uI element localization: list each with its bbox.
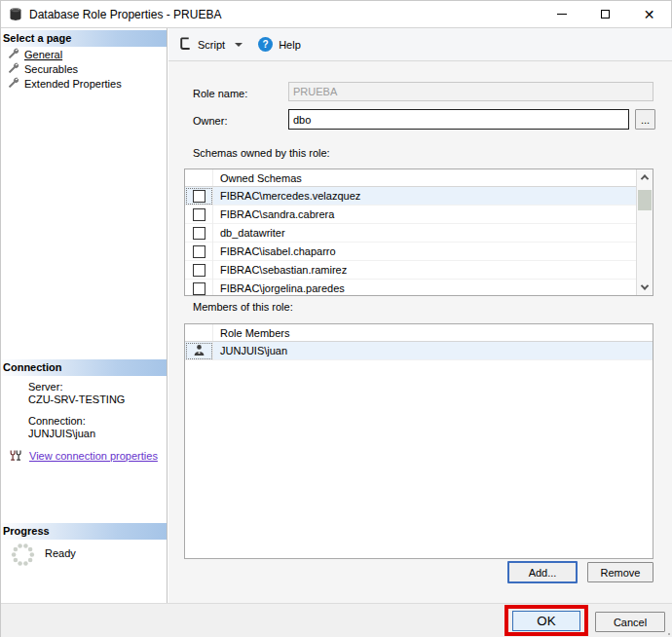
- resize-grip-icon[interactable]: [668, 633, 670, 635]
- connection-label: Connection:: [28, 415, 165, 428]
- remove-button[interactable]: Remove: [587, 562, 653, 582]
- progress-status-row: Ready: [10, 542, 76, 570]
- scroll-up-icon[interactable]: [637, 169, 653, 185]
- wrench-icon: [8, 62, 19, 75]
- schema-row[interactable]: FIBRAC\jorgelina.paredes: [185, 280, 638, 296]
- sidebar-item-label: Extended Properties: [24, 78, 122, 90]
- user-icon: [193, 344, 205, 358]
- page-list: GeneralSecurablesExtended Properties: [1, 47, 167, 91]
- schema-name: FIBRAC\jorgelina.paredes: [213, 282, 345, 294]
- main-panel: Script ? Help Role name: Owner: ... Sche…: [168, 28, 672, 603]
- ok-button[interactable]: OK: [512, 611, 580, 631]
- progress-status: Ready: [45, 547, 76, 559]
- view-connection-properties-link[interactable]: View connection properties: [29, 450, 158, 462]
- owner-label: Owner:: [193, 115, 227, 127]
- script-label: Script: [198, 39, 225, 51]
- schema-checkbox[interactable]: [193, 190, 205, 203]
- select-page-header: Select a page: [1, 30, 167, 47]
- server-value: CZU-SRV-TESTING: [28, 393, 165, 406]
- schemas-rows: FIBRAC\mercedes.velazquezFIBRAC\sandra.c…: [185, 187, 638, 296]
- sidebar-item-label: General: [24, 49, 62, 60]
- schema-checkbox-cell[interactable]: [185, 187, 213, 206]
- role-members-column-header: Role Members: [213, 324, 290, 341]
- schema-checkbox-cell[interactable]: [185, 224, 213, 243]
- icon-column-header: [185, 324, 213, 341]
- owner-browse-button[interactable]: ...: [635, 109, 655, 130]
- schema-name: FIBRAC\sebastian.ramirez: [213, 264, 347, 276]
- help-icon: ?: [258, 37, 273, 52]
- owned-schemas-grid: Owned Schemas FIBRAC\mercedes.velazquezF…: [184, 169, 653, 296]
- red-annotation-box: OK: [504, 605, 588, 636]
- help-label: Help: [279, 39, 301, 51]
- schema-row[interactable]: FIBRAC\sandra.cabrera: [185, 206, 638, 224]
- owned-schemas-column-header: Owned Schemas: [213, 169, 302, 186]
- toolbar: Script ? Help: [168, 28, 672, 61]
- schema-name: FIBRAC\sandra.cabrera: [213, 208, 334, 220]
- role-name-label: Role name:: [193, 88, 247, 99]
- add-button[interactable]: Add...: [507, 561, 578, 583]
- sidebar-item-general[interactable]: General: [1, 47, 167, 61]
- wrench-icon: [8, 48, 19, 60]
- schema-name: FIBRAC\isabel.chaparro: [213, 245, 336, 257]
- close-button[interactable]: ✕: [627, 1, 671, 27]
- schema-row[interactable]: FIBRAC\isabel.chaparro: [185, 243, 638, 261]
- schema-checkbox-cell[interactable]: [185, 243, 213, 261]
- schema-row[interactable]: FIBRAC\mercedes.velazquez: [185, 187, 638, 206]
- schema-row[interactable]: db_datawriter: [185, 224, 638, 243]
- scrollbar-thumb[interactable]: [638, 190, 652, 210]
- view-connection-properties[interactable]: View connection properties: [9, 448, 158, 464]
- wrench-icon: [8, 77, 19, 90]
- ready-spinner-icon: [10, 542, 36, 570]
- schema-row[interactable]: FIBRAC\sebastian.ramirez: [185, 261, 638, 280]
- window-controls: ✕: [540, 1, 671, 27]
- dialog-window: Database Role Properties - PRUEBA ✕ Sele…: [0, 0, 672, 637]
- connection-properties-icon: [9, 448, 22, 464]
- schema-checkbox-cell[interactable]: [185, 261, 213, 280]
- window-title: Database Role Properties - PRUEBA: [29, 8, 221, 21]
- owned-schemas-header-row: Owned Schemas: [185, 169, 653, 187]
- sidebar-item-securables[interactable]: Securables: [1, 61, 167, 76]
- member-name: JUNJUIS\juan: [213, 345, 287, 356]
- database-icon: [9, 7, 22, 21]
- schemas-scrollbar[interactable]: [636, 169, 653, 295]
- maximize-button[interactable]: [583, 1, 627, 27]
- role-members-grid: Role Members JUNJUIS\juan: [184, 323, 653, 559]
- scroll-down-icon[interactable]: [637, 280, 653, 295]
- schema-name: FIBRAC\mercedes.velazquez: [213, 190, 360, 202]
- sidebar: Select a page GeneralSecurablesExtended …: [1, 28, 168, 603]
- title-bar: Database Role Properties - PRUEBA ✕: [1, 1, 671, 28]
- footer-bar: OK Cancel: [1, 603, 672, 637]
- minimize-button[interactable]: [540, 1, 583, 27]
- members-section-label: Members of this role:: [193, 301, 293, 313]
- member-row[interactable]: JUNJUIS\juan: [185, 342, 653, 360]
- schema-checkbox[interactable]: [193, 264, 205, 277]
- connection-header: Connection: [1, 359, 167, 376]
- progress-header: Progress: [1, 523, 167, 540]
- schema-checkbox-cell[interactable]: [185, 206, 213, 224]
- cancel-button[interactable]: Cancel: [595, 612, 665, 632]
- help-button[interactable]: ? Help: [258, 37, 301, 52]
- schema-checkbox[interactable]: [193, 245, 205, 258]
- server-label: Server:: [28, 381, 165, 393]
- schemas-section-label: Schemas owned by this role:: [193, 147, 330, 159]
- maximize-icon: [601, 10, 610, 19]
- minimize-icon: [557, 14, 567, 15]
- sidebar-item-extended-properties[interactable]: Extended Properties: [1, 76, 167, 91]
- sidebar-item-label: Securables: [24, 63, 78, 75]
- member-icon-cell: [185, 342, 213, 360]
- schema-checkbox[interactable]: [193, 208, 205, 221]
- owner-input[interactable]: [288, 109, 629, 130]
- role-members-header-row: Role Members: [185, 324, 653, 342]
- schema-checkbox[interactable]: [193, 227, 205, 240]
- role-name-input: [288, 82, 653, 101]
- schema-checkbox[interactable]: [193, 282, 205, 295]
- schema-name: db_datawriter: [213, 227, 285, 239]
- script-button[interactable]: Script: [177, 36, 243, 53]
- schema-checkbox-cell[interactable]: [185, 280, 213, 297]
- members-rows: JUNJUIS\juan: [185, 342, 653, 360]
- script-icon: [177, 36, 192, 53]
- script-dropdown-icon[interactable]: [235, 43, 243, 47]
- checkbox-column-header: [185, 169, 213, 186]
- connection-value: JUNJUIS\juan: [28, 428, 165, 440]
